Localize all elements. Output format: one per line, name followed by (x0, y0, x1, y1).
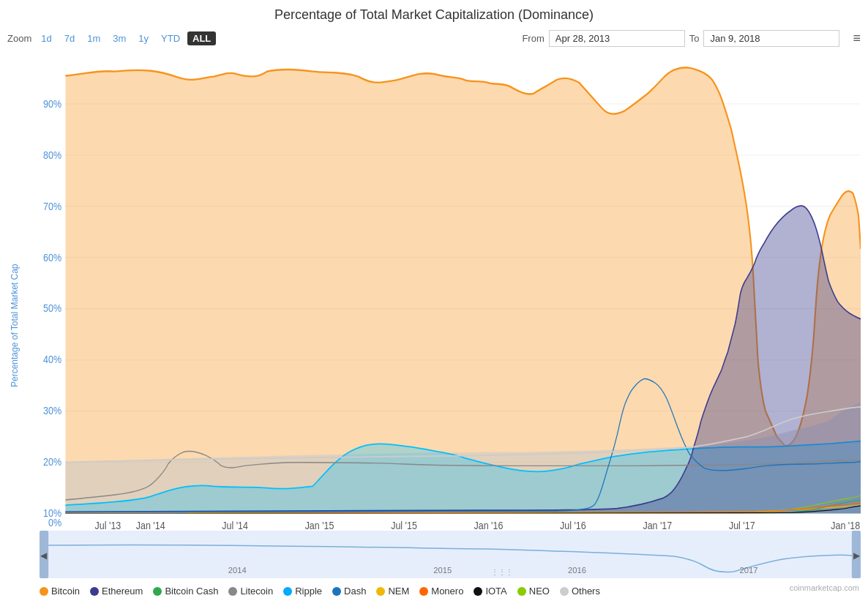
zoom-1y[interactable]: 1y (133, 31, 154, 45)
legend-item-nem: NEM (376, 586, 409, 597)
legend-item-neo: NEO (517, 586, 550, 597)
legend-item-ripple: Ripple (283, 586, 322, 597)
chart-with-y: 90% 80% 70% 60% 50% 40% 30% 20% 10% 0% (23, 53, 861, 598)
legend: BitcoinEthereumBitcoin CashLitecoinRippl… (23, 581, 861, 598)
main-chart-area: Percentage of Total Market Cap (7, 53, 861, 598)
svg-text:Jul '13: Jul '13 (95, 520, 121, 531)
to-label: To (689, 33, 700, 44)
svg-text:◀: ◀ (40, 550, 48, 561)
chart-svg-wrapper: 90% 80% 70% 60% 50% 40% 30% 20% 10% 0% (23, 53, 861, 531)
toolbar: Zoom 1d 7d 1m 3m 1y YTD ALL From To ≡ (7, 30, 861, 47)
svg-text:Jul '15: Jul '15 (391, 520, 417, 531)
legend-label: IOTA (485, 586, 506, 597)
svg-text:Jul '16: Jul '16 (560, 520, 586, 531)
svg-text:50%: 50% (43, 303, 61, 315)
legend-label: Litecoin (240, 586, 273, 597)
svg-text:Jul '14: Jul '14 (222, 520, 248, 531)
from-date-input[interactable] (549, 30, 685, 47)
legend-label: Bitcoin Cash (165, 586, 218, 597)
svg-text:Jan '15: Jan '15 (305, 520, 334, 531)
legend-item-bitcoin-cash: Bitcoin Cash (153, 586, 218, 597)
svg-text:0%: 0% (48, 517, 61, 529)
svg-text:80%: 80% (43, 149, 61, 161)
menu-icon[interactable]: ≡ (853, 31, 861, 46)
legend-item-iota: IOTA (474, 586, 506, 597)
chart-container: Percentage of Total Market Capitalizatio… (0, 0, 868, 598)
legend-label: Ethereum (102, 586, 143, 597)
legend-dot (153, 587, 162, 596)
legend-item-others: Others (560, 586, 600, 597)
svg-text:Jul '17: Jul '17 (729, 520, 755, 531)
to-date-input[interactable] (703, 30, 839, 47)
zoom-1m[interactable]: 1m (82, 31, 105, 45)
legend-label: Monero (431, 586, 463, 597)
zoom-all[interactable]: ALL (187, 31, 216, 45)
legend-item-bitcoin: Bitcoin (40, 586, 80, 597)
svg-text:2016: 2016 (568, 566, 586, 575)
legend-item-monero: Monero (419, 586, 463, 597)
svg-text:Jan '17: Jan '17 (643, 520, 672, 531)
legend-label: Ripple (295, 586, 322, 597)
y-axis-label: Percentage of Total Market Cap (7, 53, 22, 598)
date-range: From To ≡ (522, 30, 861, 47)
zoom-ytd[interactable]: YTD (156, 31, 185, 45)
svg-text:⋮⋮⋮: ⋮⋮⋮ (491, 568, 513, 576)
svg-text:2017: 2017 (740, 566, 758, 575)
legend-dot (90, 587, 99, 596)
legend-label: NEM (388, 586, 409, 597)
svg-text:30%: 30% (43, 405, 61, 417)
legend-dot (332, 587, 341, 596)
svg-text:20%: 20% (43, 457, 61, 468)
legend-dot (517, 587, 526, 596)
svg-text:Jan '14: Jan '14 (136, 520, 165, 531)
from-label: From (522, 33, 544, 44)
legend-item-litecoin: Litecoin (228, 586, 273, 597)
svg-text:90%: 90% (43, 98, 61, 110)
legend-dot (228, 587, 237, 596)
zoom-7d[interactable]: 7d (59, 31, 80, 45)
svg-text:▶: ▶ (853, 550, 861, 561)
watermark: coinmarketcap.com (790, 583, 859, 592)
main-chart-svg: 90% 80% 70% 60% 50% 40% 30% 20% 10% 0% (23, 53, 861, 531)
svg-text:60%: 60% (43, 252, 61, 264)
svg-text:Jan '16: Jan '16 (474, 520, 504, 531)
legend-label: Others (572, 586, 600, 597)
legend-dot (283, 587, 292, 596)
legend-dot (560, 587, 569, 596)
navigator-svg: 2014 2015 2016 2017 ◀ ▶ ⋮⋮⋮ (40, 531, 861, 578)
legend-label: Dash (344, 586, 366, 597)
zoom-1d[interactable]: 1d (36, 31, 56, 45)
legend-dot (40, 587, 48, 596)
legend-label: NEO (529, 586, 550, 597)
svg-text:70%: 70% (43, 201, 61, 212)
legend-item-ethereum: Ethereum (90, 586, 143, 597)
legend-item-dash: Dash (332, 586, 366, 597)
svg-text:2014: 2014 (228, 566, 247, 575)
legend-dot (474, 587, 482, 596)
svg-text:2015: 2015 (433, 566, 452, 575)
navigator-container: 2014 2015 2016 2017 ◀ ▶ ⋮⋮⋮ (40, 531, 861, 578)
zoom-label: Zoom (7, 33, 31, 44)
zoom-3m[interactable]: 3m (108, 31, 131, 45)
legend-dot (376, 587, 385, 596)
chart-title: Percentage of Total Market Capitalizatio… (7, 7, 861, 23)
svg-text:40%: 40% (43, 354, 61, 366)
legend-label: Bitcoin (51, 586, 80, 597)
legend-dot (419, 587, 428, 596)
svg-text:Jan '18: Jan '18 (831, 520, 860, 531)
